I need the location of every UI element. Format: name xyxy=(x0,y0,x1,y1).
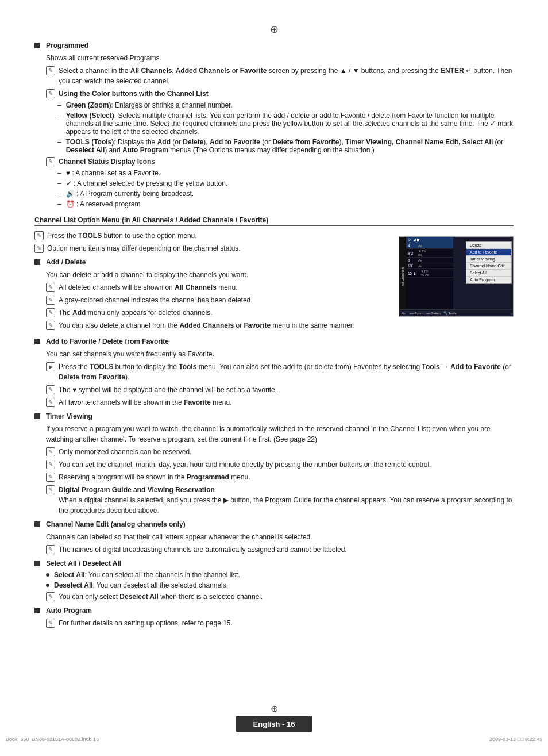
tv-list-row4: 15-1 ▼TV 40 Air xyxy=(406,269,453,278)
digital-guide-note: Digital Program Guide and Viewing Reserv… xyxy=(46,485,514,516)
yellow-select-line: – Yellow (Select): Selects multiple chan… xyxy=(57,112,514,136)
pencil-icon11 xyxy=(46,398,55,407)
timer-viewing-section: Timer Viewing If you reserve a program y… xyxy=(34,412,514,516)
pencil-icon3 xyxy=(46,157,55,166)
auto-program-header: Auto Program xyxy=(34,607,514,615)
icon1-line: – ♥ : A channel set as a Favorite. xyxy=(57,169,514,177)
channel-name-header: Channel Name Edit (analog channels only) xyxy=(34,520,514,528)
tv-list-row2: 6 Air xyxy=(406,258,453,263)
tv-channel-list: 2 Air 4 Air 8-2 ▼TV 85 6 Air xyxy=(406,237,453,316)
pencil-icon8 xyxy=(46,308,55,317)
context-timer: Timer Viewing xyxy=(466,256,511,263)
add-delete-title: Add / Delete xyxy=(46,258,86,266)
select-all-section: Select All / Deselect All Select All: Yo… xyxy=(34,559,514,602)
timer-note2: You can set the channel, month, day, yea… xyxy=(46,459,514,470)
pencil-icon14 xyxy=(46,473,55,482)
page-footer: ⊕ English - 16 Book_650_BN68-02151A-00L0… xyxy=(0,703,548,745)
speaker-icon: ▶ xyxy=(46,362,55,371)
auto-program-title: Auto Program xyxy=(46,607,92,615)
context-select-all: Select All xyxy=(466,270,511,277)
programmed-title: Programmed xyxy=(46,41,88,49)
tools-note2: Option menu items may differ depending o… xyxy=(34,243,387,254)
dot-marker2 xyxy=(46,584,49,587)
tools-tools-line: – TOOLS (Tools): Displays the Add (or De… xyxy=(57,138,514,154)
tv-list-row1: 8-2 ▼TV 85 xyxy=(406,249,453,258)
tv-bottom-text: Air ══Zoom ══Select 🔧 Tools xyxy=(402,311,457,315)
tv-context-menu: Delete Add to Favorite Timer Viewing Cha… xyxy=(466,241,512,284)
channel-name-title: Channel Name Edit (analog channels only) xyxy=(46,520,186,528)
page-container: ⊕ Programmed Shows all current reserved … xyxy=(0,0,548,756)
channel-name-note1: The names of digital broadcasting channe… xyxy=(46,544,514,555)
programmed-color-note: Using the Color buttons with the Channel… xyxy=(46,89,514,99)
deselect-all-desc: Deselect All: You can deselect all the s… xyxy=(46,581,514,589)
programmed-header: Programmed xyxy=(34,41,514,49)
pencil-icon4 xyxy=(34,231,44,240)
page-number-text: English - 16 xyxy=(253,720,295,728)
pencil-icon xyxy=(46,66,55,75)
tools-note1: Press the TOOLS button to use the option… xyxy=(34,231,387,241)
timer-note3: Reserving a program will be shown in the… xyxy=(46,472,514,482)
add-delete-desc: You can delete or add a channel to displ… xyxy=(46,270,387,280)
context-name-edit: Channel Name Edit xyxy=(466,263,511,270)
page-number-box: English - 16 xyxy=(236,716,312,732)
add-favorite-title: Add to Favorite / Delete from Favorite xyxy=(46,337,169,346)
footer-compass-icon: ⊕ xyxy=(271,703,278,714)
icon4-line: – ⏰ : A reserved program xyxy=(57,200,514,208)
footer-left-meta: Book_650_BN68-02151A-00L02.indb 16 xyxy=(6,736,99,742)
select-all-note1: You can only select Deselect All when th… xyxy=(46,592,514,602)
pencil-icon6 xyxy=(46,283,55,292)
timer-note1: Only memorized channels can be reserved. xyxy=(46,447,514,457)
bullet-marker xyxy=(34,43,40,48)
add-delete-note3: The Add menu only appears for deleted ch… xyxy=(46,308,387,318)
header-compass-icon: ⊕ xyxy=(34,23,514,36)
text-column: Press the TOOLS button to use the option… xyxy=(34,231,387,333)
add-delete-header: Add / Delete xyxy=(34,258,387,266)
main-content: Press the TOOLS button to use the option… xyxy=(34,231,514,333)
add-delete-note2: A gray-colored channel indicates the cha… xyxy=(46,295,387,305)
add-favorite-section: Add to Favorite / Delete from Favorite Y… xyxy=(34,337,514,408)
tv-list-row-selected: 4 Air xyxy=(406,243,453,249)
bullet-marker7 xyxy=(34,608,40,613)
select-all-desc: Select All: You can select all the chann… xyxy=(46,571,514,579)
pencil-icon18 xyxy=(46,619,55,628)
bullet-marker4 xyxy=(34,413,40,419)
auto-program-note1: For further details on setting up option… xyxy=(46,618,514,628)
context-add-favorite: Add to Favorite xyxy=(466,249,511,256)
bullet-marker3 xyxy=(34,339,40,344)
timer-viewing-header: Timer Viewing xyxy=(34,412,514,420)
pencil-icon2 xyxy=(46,89,55,98)
pencil-icon7 xyxy=(46,296,55,305)
icon3-line: – 🔊 : A Program currently being broadcas… xyxy=(57,190,514,198)
channel-status-note: Channel Status Display Icons xyxy=(46,156,514,167)
pencil-icon12 xyxy=(46,447,55,456)
dot-marker1 xyxy=(46,573,49,577)
tv-screenshot: All Channels 2 Air 4 Air 8-2 ▼TV 85 xyxy=(399,236,514,333)
tv-list-header: 2 Air xyxy=(406,237,453,243)
bullet-marker6 xyxy=(34,561,40,566)
bullet-marker5 xyxy=(34,521,40,527)
footer-meta: Book_650_BN68-02151A-00L02.indb 16 2009-… xyxy=(0,734,548,745)
channel-list-option-heading: Channel List Option Menu (in All Channel… xyxy=(34,216,514,226)
tv-image: All Channels 2 Air 4 Air 8-2 ▼TV 85 xyxy=(399,236,514,317)
context-auto-program: Auto Program xyxy=(466,277,511,283)
channel-name-section: Channel Name Edit (analog channels only)… xyxy=(34,520,514,555)
auto-program-section: Auto Program For further details on sett… xyxy=(34,607,514,628)
channel-name-desc: Channels can labeled so that their call … xyxy=(46,532,514,542)
context-delete: Delete xyxy=(466,242,511,249)
timer-viewing-title: Timer Viewing xyxy=(46,412,92,420)
timer-viewing-desc: If you reserve a program you want to wat… xyxy=(46,424,514,444)
tv-list-row3: 13 Air xyxy=(406,263,453,269)
pencil-icon17 xyxy=(46,592,55,601)
bullet-marker2 xyxy=(34,259,40,265)
footer-right-meta: 2009-03-13 □□ 9:22:45 xyxy=(489,736,542,742)
pencil-icon16 xyxy=(46,545,55,554)
programmed-note1: Select a channel in the All Channels, Ad… xyxy=(46,66,514,86)
add-favorite-header: Add to Favorite / Delete from Favorite xyxy=(34,337,514,346)
tv-side-text: All Channels xyxy=(401,267,404,286)
select-all-title: Select All / Deselect All xyxy=(46,559,121,567)
programmed-section: Programmed Shows all current reserved Pr… xyxy=(34,41,514,208)
tv-side-label: All Channels xyxy=(399,237,406,316)
pencil-icon10 xyxy=(46,385,55,394)
select-all-header: Select All / Deselect All xyxy=(34,559,514,567)
add-favorite-note2: The ♥ symbol will be displayed and the c… xyxy=(46,385,514,395)
